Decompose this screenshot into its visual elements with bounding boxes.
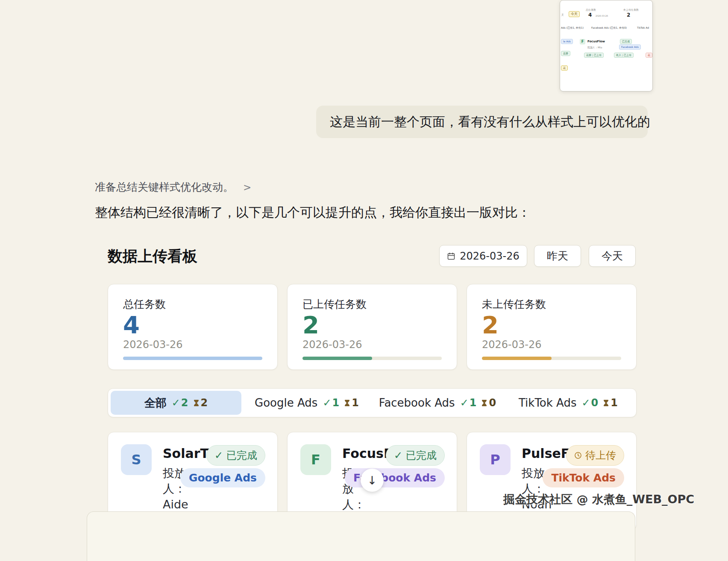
done-number: 2 — [181, 397, 188, 409]
pending-number: 2 — [201, 397, 208, 409]
avatar: F — [300, 444, 331, 475]
today-button[interactable]: 今天 — [589, 245, 636, 267]
done-number: 1 — [332, 397, 340, 409]
tab-all[interactable]: 全部 ✓2 2 — [111, 391, 241, 415]
task-title: SolarTrack — [163, 446, 211, 461]
pending-count: 0 — [481, 397, 496, 409]
scroll-to-bottom-button[interactable]: ↓ — [361, 469, 384, 492]
avatar: P — [480, 444, 511, 475]
stat-value: 2 — [302, 312, 442, 338]
thumb-card-avatar: F — [580, 39, 585, 44]
tab-label: 全部 — [144, 396, 167, 410]
avatar: S — [121, 444, 152, 475]
stat-card-total: 总任务数 4 2026-03-26 — [108, 284, 278, 370]
platform-tabbar: 全部 ✓2 2 Google Ads ✓1 1 Facebook Ads ✓1 … — [108, 388, 637, 417]
done-count: ✓0 — [581, 397, 598, 409]
status-badge: ✓已完成 — [206, 445, 265, 466]
stat-date: 2026-03-26 — [123, 339, 262, 351]
bottom-panel — [87, 511, 635, 561]
user-message-text: 这是当前一整个页面，看有没有什么从样式上可以优化的 — [330, 113, 650, 131]
stat-value: 4 — [123, 312, 262, 338]
platform-tag: Facebook Ads — [345, 468, 445, 487]
tab-facebook-ads[interactable]: Facebook Ads ✓1 0 — [372, 391, 503, 415]
tab-label: TikTok Ads — [519, 396, 576, 409]
thumb-tab-tiktok: TikTok Ad — [637, 26, 649, 29]
check-icon: ✓ — [323, 397, 331, 409]
progress-bar — [302, 357, 442, 360]
thumb-stat1-label: 总任务数 — [586, 8, 596, 12]
thumb-pill-right: 花 — [646, 53, 652, 58]
platform-tag: Google Ads — [180, 468, 265, 487]
check-icon: ✓ — [172, 397, 180, 409]
status-text: 待上传 — [585, 449, 616, 462]
pending-count: 1 — [344, 397, 359, 409]
chevron-right-icon: > — [243, 182, 251, 193]
thinking-text: 准备总结关键样式优化改动。 — [95, 180, 234, 194]
thumb-fragment: 天 — [561, 13, 564, 17]
stat-date: 2026-03-26 — [482, 339, 621, 351]
progress-fill — [123, 357, 262, 360]
stat-date: 2026-03-26 — [302, 339, 442, 351]
thumb-side-pill-3: 花 — [561, 65, 568, 71]
thumb-stat1-value: 4 — [588, 12, 592, 18]
page-title: 数据上传看板 — [108, 246, 197, 266]
status-text: 已完成 — [406, 449, 437, 462]
calendar-icon — [447, 252, 455, 260]
thumb-side-pill-1: le Ads — [561, 39, 573, 44]
check-icon: ✓ — [214, 449, 223, 461]
progress-fill — [302, 357, 372, 360]
done-number: 0 — [591, 397, 599, 409]
hourglass-icon — [194, 399, 199, 407]
done-number: 1 — [470, 397, 477, 409]
hourglass-icon — [344, 399, 350, 407]
date-picker-button[interactable]: 2026-03-26 — [439, 245, 527, 267]
progress-bar — [482, 357, 621, 360]
stat-card-pending: 未上传任务数 2 2026-03-26 — [467, 284, 637, 370]
pending-count: 2 — [194, 397, 208, 409]
done-count: ✓2 — [172, 397, 188, 409]
yesterday-button[interactable]: 昨天 — [534, 245, 581, 267]
arrow-down-icon: ↓ — [367, 474, 377, 487]
thumb-card-owner: 投放人：Mia — [587, 46, 602, 50]
thumb-stat1-date: 2026-03-26 — [596, 15, 608, 17]
check-icon: ✓ — [460, 397, 469, 409]
pending-number: 1 — [611, 397, 618, 409]
date-value: 2026-03-26 — [460, 250, 519, 262]
thumb-stat2-value: 2 — [627, 12, 630, 18]
check-icon: ✓ — [394, 449, 402, 461]
done-count: ✓1 — [323, 397, 339, 409]
thumb-card-name: FocusFlow — [587, 40, 605, 43]
thumb-pill-spend: 花费｜已上传 — [584, 53, 604, 58]
tab-google-ads[interactable]: Google Ads ✓1 1 — [241, 391, 372, 415]
status-badge: 待上传 — [566, 445, 624, 466]
stat-value: 2 — [482, 312, 621, 338]
pending-count: 1 — [603, 397, 618, 409]
thumb-side-pill-2: 花费 — [561, 51, 570, 56]
status-text: 已完成 — [226, 449, 257, 462]
stat-label: 未上传任务数 — [482, 297, 621, 311]
thumb-card-status: 已完成 — [620, 39, 632, 44]
attached-screenshot-thumbnail[interactable]: 天 今天 总任务数 4 2026-03-26 未上传任务数 2 Ads (已传1… — [560, 0, 653, 92]
progress-fill — [482, 357, 552, 360]
tab-label: Google Ads — [255, 396, 317, 409]
assistant-thinking-row[interactable]: 准备总结关键样式优化改动。 > — [95, 180, 251, 194]
user-message-bubble: 这是当前一整个页面，看有没有什么从样式上可以优化的 — [316, 106, 648, 138]
check-icon: ✓ — [581, 397, 590, 409]
thumb-card-platform: Facebook Ads — [619, 44, 641, 50]
assistant-intro-text: 整体结构已经很清晰了，以下是几个可以提升的点，我给你直接出一版对比： — [95, 204, 531, 221]
thumb-stat2-label: 未上传任务数 — [623, 8, 639, 12]
tab-label: Facebook Ads — [379, 396, 455, 409]
stat-label: 已上传任务数 — [302, 297, 442, 311]
platform-tag: TikTok Ads — [543, 468, 624, 487]
task-title: FocusFlow — [342, 446, 391, 461]
stat-label: 总任务数 — [123, 297, 262, 311]
pending-number: 1 — [352, 397, 359, 409]
tab-tiktok-ads[interactable]: TikTok Ads ✓0 1 — [503, 391, 634, 415]
pending-number: 0 — [489, 397, 496, 409]
progress-bar — [123, 357, 262, 360]
done-count: ✓1 — [460, 397, 477, 409]
task-title: PulseFit — [522, 446, 570, 461]
status-badge: ✓已完成 — [386, 445, 445, 466]
clock-icon — [574, 452, 582, 459]
thumb-tab-google: Ads (已传1, 未传1) — [561, 26, 584, 30]
